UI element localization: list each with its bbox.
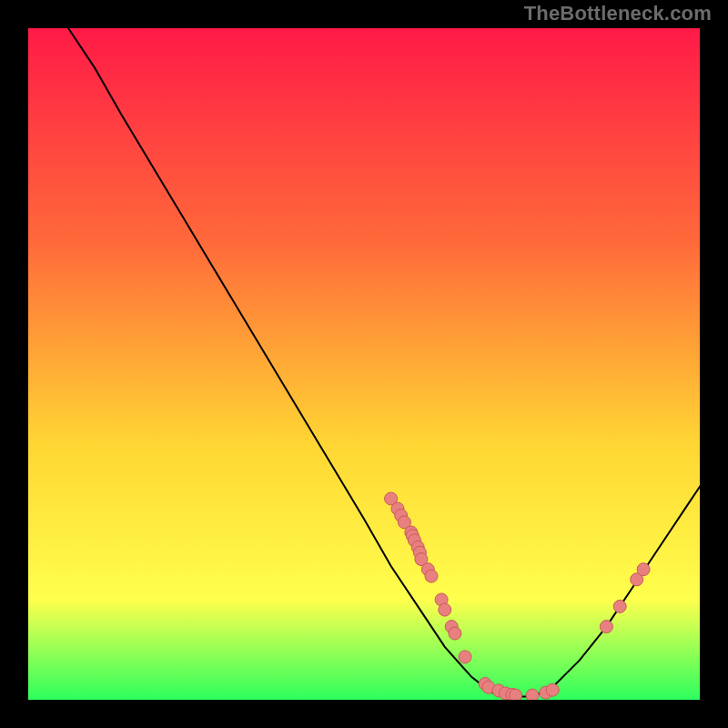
data-dot [439, 603, 451, 616]
data-dot [459, 651, 471, 663]
data-dot [613, 600, 626, 612]
data-dot [637, 563, 650, 576]
data-dot [510, 689, 522, 701]
chart-svg [27, 27, 701, 701]
watermark-text: TheBottleneck.com [524, 2, 712, 25]
data-dot [546, 683, 559, 696]
data-dot [600, 621, 612, 633]
chart-outer-container: TheBottleneck.com [0, 0, 728, 728]
data-dot [449, 627, 461, 640]
plot-frame [27, 27, 701, 701]
gradient-background [27, 27, 701, 701]
data-dot [425, 570, 438, 582]
data-dot [526, 689, 539, 701]
